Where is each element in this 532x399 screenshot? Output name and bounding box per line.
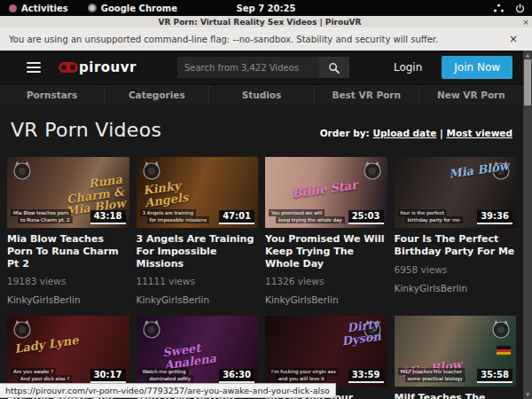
video-thumbnail[interactable]: Runa Charm & Mia Blow Mia Blow teaches p… bbox=[7, 157, 129, 228]
video-thumbnail[interactable]: Mia Blow MILF teaches the teachersome pr… bbox=[395, 316, 517, 387]
video-card[interactable]: Runa Charm & Mia Blow Mia Blow teaches p… bbox=[7, 157, 129, 305]
scroll-up-arrow[interactable]: ▲ bbox=[523, 51, 532, 59]
scrollbar-thumb[interactable] bbox=[524, 59, 531, 106]
clock[interactable]: Sep 7 20:25 bbox=[0, 4, 532, 13]
video-title-link[interactable]: You Promised We Will Keep Trying The Who… bbox=[265, 233, 387, 270]
video-duration-badge: 36:30 bbox=[219, 369, 254, 383]
infobar-message: You are using an unsupported command-lin… bbox=[9, 35, 504, 44]
chrome-infobar: You are using an unsupported command-lin… bbox=[0, 27, 532, 51]
status-url-bubble: https://pirouvr.com/vr-porn-video/779325… bbox=[0, 383, 336, 398]
site-logo-text: pirouvr bbox=[79, 59, 137, 75]
video-views: 11326 views bbox=[265, 276, 387, 286]
infobar-close-icon[interactable]: × bbox=[504, 33, 523, 45]
thumbnail-caption: Watch me gettingdominated softly bbox=[140, 368, 193, 383]
video-duration-badge: 39:36 bbox=[477, 210, 512, 224]
video-duration-badge: 47:01 bbox=[219, 210, 254, 224]
video-duration-badge: 43:18 bbox=[90, 210, 126, 224]
video-duration-badge: 35:58 bbox=[477, 369, 512, 383]
video-studio-link[interactable]: KinkyGirlsBerlin bbox=[265, 294, 387, 305]
video-duration-badge: 33:59 bbox=[348, 369, 384, 383]
video-card[interactable]: Billie Star You promised we willkeep try… bbox=[265, 157, 387, 305]
thumbnail-overlay-name: Dirty Dyson bbox=[308, 318, 381, 352]
screen: Activities Google Chrome Sep 7 20:25 VR … bbox=[0, 0, 532, 399]
studio-cat-logo-icon bbox=[490, 318, 512, 340]
browser-viewport: pirouvr Login Join Now PornstarsCategori… bbox=[0, 51, 532, 399]
system-top-bar: Activities Google Chrome Sep 7 20:25 bbox=[0, 0, 532, 16]
nav-item-new-vr-porn[interactable]: New VR Porn bbox=[419, 85, 523, 105]
thumbnail-caption: four is the perfectbirthday party for me bbox=[398, 209, 463, 224]
thumbnail-caption: Mia Blow teaches pornto Runa Charm pt. 2 bbox=[11, 209, 73, 224]
video-views: 19183 views bbox=[7, 276, 129, 286]
studio-cat-logo-icon bbox=[141, 318, 162, 340]
scroll-down-arrow[interactable]: ▼ bbox=[523, 390, 532, 399]
thumbnail-caption: I'm fucking your virgin assand you will … bbox=[269, 368, 339, 383]
video-title-link[interactable]: Four Is The Perfect Birthday Party For M… bbox=[395, 233, 517, 258]
nav-item-pornstars[interactable]: Pornstars bbox=[0, 85, 105, 105]
search-button[interactable] bbox=[319, 57, 349, 78]
thumbnail-caption: You promised we willkeep trying the whol… bbox=[269, 209, 345, 224]
hamburger-menu-icon[interactable] bbox=[27, 59, 41, 75]
thumbnail-caption: 3 Angels are trainingfor impossible miss… bbox=[140, 209, 209, 224]
nav-item-best-vr-porn[interactable]: Best VR Porn bbox=[315, 85, 419, 105]
browser-tab-strip: VR Porn: Virtual Reality Sex Videos | Pi… bbox=[0, 16, 532, 27]
page-title: VR Porn Videos bbox=[11, 119, 161, 141]
video-thumbnail[interactable]: Mia Blow four is the perfectbirthday par… bbox=[395, 157, 517, 228]
thumbnail-caption: Are you awake ?And your dick also ? bbox=[11, 368, 72, 383]
search-icon bbox=[328, 62, 340, 74]
order-upload-date-link[interactable]: Upload date bbox=[372, 128, 436, 138]
video-thumbnail[interactable]: Dirty Dyson I'm fucking your virgin assa… bbox=[265, 316, 387, 387]
studio-cat-logo-icon bbox=[12, 318, 33, 340]
video-studio-link[interactable]: KinkyGirlsBerlin bbox=[7, 294, 129, 305]
tab-title[interactable]: VR Porn: Virtual Reality Sex Videos | Pi… bbox=[0, 18, 520, 27]
video-thumbnail[interactable]: Billie Star You promised we willkeep try… bbox=[265, 157, 387, 228]
nav-item-categories[interactable]: Categories bbox=[105, 85, 209, 105]
video-card[interactable]: Kinky Angels 3 Angels are trainingfor im… bbox=[137, 157, 259, 305]
video-studio-link[interactable]: KinkyGirlsBerlin bbox=[137, 294, 259, 305]
page-scrollbar[interactable]: ▲ ▼ bbox=[523, 51, 532, 399]
studio-cat-logo-icon bbox=[12, 160, 33, 181]
main-nav: PornstarsCategoriesStudiosBest VR PornNe… bbox=[0, 84, 523, 105]
studio-cat-logo-icon bbox=[362, 160, 383, 181]
vr-headset-logo-icon bbox=[59, 62, 78, 73]
search-input[interactable] bbox=[177, 57, 319, 78]
join-now-button[interactable]: Join Now bbox=[442, 56, 512, 79]
login-link[interactable]: Login bbox=[394, 61, 422, 74]
video-studio-link[interactable]: KinkyGirlsBerlin bbox=[395, 283, 517, 293]
order-links-separator: | bbox=[440, 128, 443, 138]
video-thumbnail[interactable]: Lady Lyne Are you awake ?And your dick a… bbox=[7, 316, 129, 387]
video-duration-badge: 25:03 bbox=[348, 210, 384, 224]
power-icon[interactable] bbox=[515, 4, 525, 13]
order-by: Order by: Upload date | Most viewed bbox=[320, 128, 512, 138]
nav-item-studios[interactable]: Studios bbox=[209, 85, 314, 105]
video-duration-badge: 30:17 bbox=[90, 369, 126, 383]
video-views: 6958 views bbox=[395, 264, 517, 275]
video-views: 11111 views bbox=[137, 276, 259, 286]
studio-cat-logo-icon bbox=[141, 160, 162, 181]
thumbnail-overlay-name: Billie Star bbox=[291, 179, 357, 200]
site-header: pirouvr Login Join Now bbox=[0, 51, 523, 84]
video-grid: Runa Charm & Mia Blow Mia Blow teaches p… bbox=[0, 141, 523, 399]
thumbnail-caption: MILF teaches the teachersome practical b… bbox=[398, 368, 466, 383]
network-tray-icon[interactable] bbox=[493, 4, 505, 12]
video-thumbnail[interactable]: Sweet Analena Watch me gettingdominated … bbox=[137, 316, 259, 387]
tab-close-icon[interactable]: × bbox=[520, 18, 532, 27]
video-title-link[interactable]: 3 Angels Are Training For Impossible Mis… bbox=[137, 233, 259, 270]
thumbnail-overlay-name: Sweet Analena bbox=[161, 338, 235, 372]
order-by-label: Order by: bbox=[320, 128, 370, 138]
video-thumbnail[interactable]: Kinky Angels 3 Angels are trainingfor im… bbox=[137, 157, 259, 228]
video-card[interactable]: Mia Blow MILF teaches the teachersome pr… bbox=[395, 316, 517, 399]
video-title-link[interactable]: Mia Blow Teaches Porn To Runa Charm Pt 2 bbox=[7, 233, 129, 270]
site-logo[interactable]: pirouvr bbox=[59, 59, 137, 75]
german-flag-icon bbox=[497, 346, 511, 355]
order-most-viewed-link[interactable]: Most viewed bbox=[447, 128, 513, 138]
video-card[interactable]: Mia Blow four is the perfectbirthday par… bbox=[395, 157, 517, 305]
video-title-link[interactable]: Milf Teaches The Teacher Some Practical … bbox=[395, 392, 517, 399]
